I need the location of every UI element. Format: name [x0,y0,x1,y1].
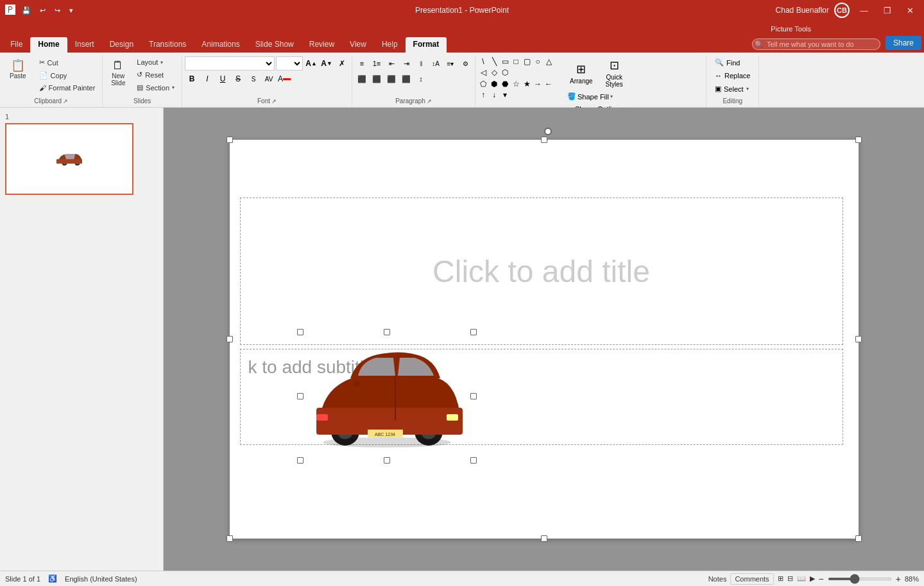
shape-arrow-down[interactable]: ↓ [489,90,499,100]
title-placeholder[interactable]: Click to add title [240,197,843,345]
car-handle-bl[interactable] [297,457,304,464]
bold-button[interactable]: B [185,72,199,86]
car-image-container[interactable]: ABC 1234 [300,332,474,460]
shape-chevron[interactable]: ⬡ [500,67,510,78]
line-spacing-button[interactable]: ↕ [414,72,428,86]
shape-arrow-up[interactable]: ↑ [478,90,488,100]
share-button[interactable]: Share [886,36,921,50]
align-text-button[interactable]: ≡▾ [443,56,458,71]
notes-button[interactable]: Notes [708,575,727,583]
clipboard-expand-icon[interactable]: ↗ [63,98,68,105]
align-center-button[interactable]: ⬛ [370,72,384,86]
underline-button[interactable]: U [216,72,230,86]
tab-view[interactable]: View [342,37,374,53]
font-name-select[interactable] [185,56,275,71]
tab-format[interactable]: Format [406,37,447,53]
font-size-select[interactable] [276,56,303,71]
paragraph-expand-icon[interactable]: ↗ [427,98,432,105]
reading-view-icon[interactable]: 📖 [797,574,806,583]
new-slide-button[interactable]: 🗒 New Slide [105,56,131,90]
shape-hexagon[interactable]: ⬢ [489,79,499,89]
shape-round-rect[interactable]: ▢ [522,56,532,67]
slide-thumbnail-1[interactable] [5,123,133,195]
replace-button[interactable]: ↔ Replace [709,70,756,81]
normal-view-icon[interactable]: ⊞ [778,574,783,583]
shape-oval[interactable]: ○ [533,56,543,67]
grow-font-button[interactable]: A▲ [304,56,318,71]
columns-button[interactable]: ⫴ [414,56,428,71]
quick-styles-button[interactable]: ⊡ Quick Styles [601,56,628,90]
close-button[interactable]: ✕ [902,4,919,17]
car-handle-bm[interactable] [384,457,390,464]
tab-slideshow[interactable]: Slide Show [248,37,302,53]
zoom-minus-icon[interactable]: − [819,574,824,584]
tab-home[interactable]: Home [30,37,67,53]
shrink-font-button[interactable]: A▼ [320,56,334,71]
selection-handle-br[interactable] [855,535,862,542]
save-button[interactable]: 💾 [19,5,33,16]
char-spacing-button[interactable]: AV [262,72,276,86]
layout-button[interactable]: Layout ▾ [132,56,179,68]
selection-handle-bl[interactable] [227,535,233,542]
car-handle-tr[interactable] [470,329,477,335]
italic-button[interactable]: I [200,72,214,86]
restore-button[interactable]: ❐ [878,4,896,17]
shape-arrow[interactable]: → [533,79,543,89]
shape-diamond[interactable]: ◇ [489,67,499,78]
car-handle-tm[interactable] [384,329,390,335]
undo-button[interactable]: ↩ [37,5,48,16]
selection-handle-mr[interactable] [855,336,862,342]
shape-line[interactable]: \ [478,56,488,67]
convert-smartart-button[interactable]: ⚙ [458,56,472,71]
strikethrough-button[interactable]: S [231,72,245,86]
tab-design[interactable]: Design [102,37,141,53]
tab-file[interactable]: File [3,37,30,53]
increase-indent-button[interactable]: ⇥ [399,56,413,71]
zoom-slider[interactable] [828,578,892,580]
selection-handle-tm[interactable] [541,137,547,143]
select-button[interactable]: ▣ Select ▾ [709,83,756,95]
cut-button[interactable]: ✂ Cut [35,56,100,69]
decrease-indent-button[interactable]: ⇤ [384,56,398,71]
user-avatar[interactable]: CB [834,3,850,18]
shape-rect[interactable]: ▭ [500,56,510,67]
text-direction-button[interactable]: ↕A [429,56,443,71]
slideshow-icon[interactable]: ▶ [810,574,815,583]
car-handle-tl[interactable] [297,329,304,335]
shape-more[interactable]: ▾ [500,90,510,100]
font-expand-icon[interactable]: ↗ [271,98,277,105]
shape-pentagon[interactable]: ⬠ [478,79,488,89]
rotation-handle[interactable] [544,128,552,135]
format-painter-button[interactable]: 🖌 Format Painter [35,82,100,94]
section-button[interactable]: ▤ Section ▾ [132,81,179,94]
selection-handle-tr[interactable] [855,137,862,143]
find-button[interactable]: 🔍 Find [709,56,756,69]
shape-star5[interactable]: ★ [522,79,532,89]
tab-transitions[interactable]: Transitions [141,37,194,53]
numbering-button[interactable]: 1≡ [370,56,384,71]
comments-button[interactable]: Comments [730,573,773,585]
tab-animations[interactable]: Animations [194,37,247,53]
bullets-button[interactable]: ≡ [355,56,369,71]
accessibility-icon[interactable]: ♿ [48,574,57,583]
shape-fill-button[interactable]: 🪣 Shape Fill ▾ [564,91,616,102]
font-color-button[interactable]: A [277,72,291,86]
selection-handle-tl[interactable] [227,137,233,143]
selection-handle-ml[interactable] [227,336,233,342]
tab-review[interactable]: Review [302,37,342,53]
align-left-button[interactable]: ⬛ [355,72,369,86]
clear-format-button[interactable]: ✗ [335,56,349,71]
shape-rect2[interactable]: □ [511,56,521,67]
shape-octagon[interactable]: ⬣ [500,79,510,89]
shape-line2[interactable]: ╲ [489,56,499,67]
shape-rt-triangle[interactable]: ◁ [478,67,488,78]
car-handle-ml[interactable] [297,393,304,399]
shape-triangle[interactable]: △ [543,56,554,67]
zoom-plus-icon[interactable]: + [896,574,901,584]
search-input[interactable] [752,38,880,50]
minimize-button[interactable]: — [855,4,873,17]
customize-qat-button[interactable]: ▾ [67,5,76,16]
copy-button[interactable]: 📄 Copy [35,69,100,81]
tab-help[interactable]: Help [374,37,406,53]
paste-button[interactable]: 📋 Paste [3,56,33,83]
